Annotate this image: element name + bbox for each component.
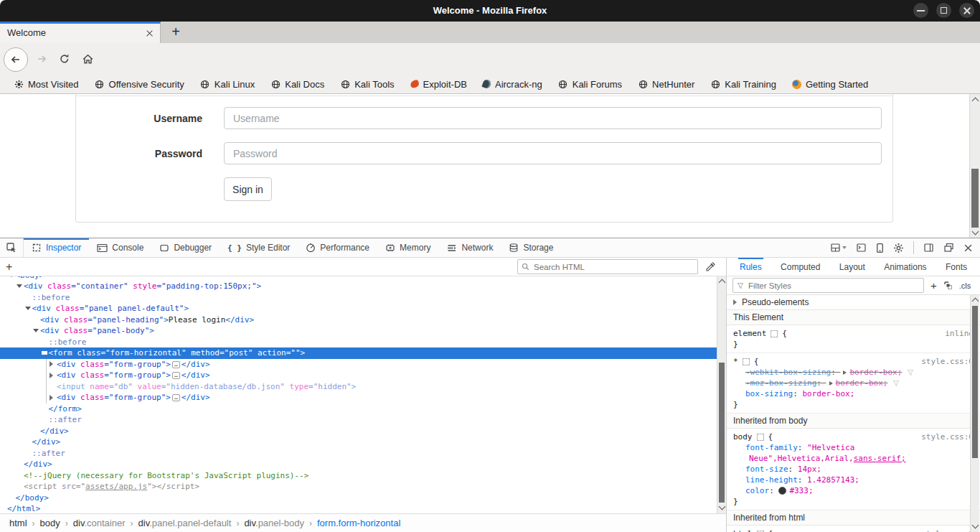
reload-button[interactable] [53, 47, 76, 70]
markup-line[interactable]: </form> [0, 403, 726, 415]
bookmark-offensive-security[interactable]: Offensive Security [87, 75, 192, 93]
dock-options-icon[interactable] [830, 243, 847, 253]
markup-line[interactable]: ::after [0, 448, 726, 459]
markup-line[interactable]: ::before [0, 337, 726, 348]
twisty-icon[interactable] [50, 373, 53, 378]
markup-line[interactable]: </div> [0, 437, 726, 448]
pseudo-class-panel-icon[interactable] [943, 281, 953, 290]
markup-line[interactable]: <script src="assets/app.js"></script> [0, 481, 726, 493]
markup-scrollbar[interactable] [717, 276, 726, 513]
devtools-settings-icon[interactable] [893, 243, 904, 253]
breadcrumb-form-form-horizontal[interactable]: form.form-horizontal [315, 518, 402, 528]
markup-line[interactable]: <div class="form-group">…</div> [0, 359, 726, 370]
pick-element-icon[interactable] [0, 238, 24, 257]
markup-line[interactable]: <input name="db" value="hidden-database/… [0, 381, 726, 393]
rule-selector[interactable]: * [733, 356, 738, 367]
rules-scrollbar[interactable] [970, 295, 979, 532]
markup-line[interactable]: </div> [0, 459, 726, 470]
devtools-tab-storage[interactable]: Storage [501, 238, 561, 257]
add-rule-button[interactable]: + [930, 280, 937, 291]
bookmark-kali-tools[interactable]: Kali Tools [332, 75, 402, 93]
sidebar-tab-rules[interactable]: Rules [738, 258, 763, 276]
devtools-tab-memory[interactable]: Memory [377, 238, 438, 257]
home-button[interactable] [76, 47, 99, 70]
markup-line[interactable]: </div> [0, 426, 726, 437]
twisty-icon[interactable] [25, 307, 31, 310]
password-input[interactable] [224, 142, 882, 164]
overridden-filter-icon[interactable] [907, 369, 914, 376]
rule-selector[interactable]: html [733, 528, 753, 532]
rule-selector[interactable]: body [733, 431, 753, 442]
tab-close-icon[interactable] [145, 29, 154, 38]
markup-scrollbar-thumb[interactable] [719, 363, 725, 503]
split-console-icon[interactable] [856, 243, 867, 253]
bookmark-kali-forums[interactable]: Kali Forums [550, 75, 630, 93]
devtools-tab-console[interactable]: Console [89, 238, 151, 257]
scroll-up-icon[interactable] [972, 298, 979, 305]
color-swatch[interactable] [778, 487, 786, 495]
expand-computed-icon[interactable] [829, 381, 833, 386]
bookmark-kali-docs[interactable]: Kali Docs [263, 75, 332, 93]
new-tab-button[interactable]: + [166, 23, 185, 42]
bookmark-kali-linux[interactable]: Kali Linux [192, 75, 263, 93]
twisty-icon[interactable] [17, 284, 22, 288]
font-fallback-link[interactable]: sans-serif [854, 453, 906, 464]
markup-line[interactable]: ::after [0, 414, 726, 426]
bookmark-kali-training[interactable]: Kali Training [702, 75, 784, 93]
devtools-tab-debugger[interactable]: Debugger [151, 238, 220, 257]
back-button[interactable] [4, 47, 28, 72]
stylesheet-link[interactable]: style.css:6 [921, 431, 974, 442]
pseudo-elements-row[interactable]: Pseudo-elements [727, 295, 980, 310]
bookmark-most-visited[interactable]: Most Visited [6, 75, 87, 93]
markup-line[interactable]: <div class="container" style="padding-to… [0, 281, 726, 292]
breadcrumb-div-panel-panel-default[interactable]: div.panel.panel-default [136, 518, 234, 528]
twisty-icon[interactable] [33, 329, 39, 332]
markup-line[interactable]: <form class="form-horizontal" method="po… [0, 347, 726, 359]
devtools-tab-inspector[interactable]: Inspector [24, 238, 89, 257]
scroll-down-icon[interactable] [719, 503, 726, 510]
forward-button[interactable] [30, 47, 53, 70]
stylesheet-link[interactable]: style.css:6 [921, 356, 974, 367]
scroll-down-icon[interactable] [972, 522, 979, 529]
markup-line[interactable]: <div class="panel panel-default"> [0, 303, 726, 314]
markup-line[interactable]: <div class="panel-body"> [0, 325, 726, 337]
stylesheet-link[interactable]: style.css:6 [921, 528, 974, 532]
close-button[interactable] [959, 3, 974, 18]
username-input[interactable] [224, 107, 882, 129]
css-declaration[interactable]: font-size14px [733, 464, 974, 475]
bookmark-exploit-db[interactable]: Exploit-DB [402, 75, 475, 93]
scroll-up-icon[interactable] [719, 279, 726, 286]
sidebar-tab-fonts[interactable]: Fonts [944, 258, 969, 276]
filter-styles-input[interactable] [747, 281, 920, 291]
rule-selector[interactable]: element [733, 328, 766, 339]
bookmark-aircrack-ng[interactable]: Aircrack-ng [475, 75, 550, 93]
bookmark-nethunter[interactable]: NetHunter [630, 75, 702, 93]
scroll-up-icon[interactable] [972, 98, 979, 105]
markup-line[interactable]: <div class="panel-heading">Please login<… [0, 314, 726, 326]
minimize-button[interactable] [913, 3, 928, 18]
markup-line[interactable]: </body> [0, 493, 726, 504]
highlight-target-icon[interactable] [743, 358, 750, 365]
css-declaration[interactable]: color#333 [733, 485, 974, 496]
css-declaration[interactable]: font-family"Helvetica [733, 442, 974, 453]
css-declaration[interactable]: -webkit-box-sizingborder-box [733, 367, 974, 378]
css-declaration[interactable]: box-sizingborder-box [733, 388, 974, 399]
tab-welcome[interactable]: Welcome [0, 22, 161, 43]
breadcrumb-div-container[interactable]: div.container [71, 518, 128, 528]
toggle-classes-button[interactable]: .cls [959, 281, 971, 290]
breadcrumb-div-panel-body[interactable]: div.panel-body [242, 518, 306, 528]
expand-computed-icon[interactable] [843, 370, 847, 375]
twisty-icon[interactable] [50, 395, 53, 401]
search-html-input[interactable] [532, 262, 694, 272]
bookmark-getting-started[interactable]: Getting Started [784, 75, 876, 93]
twisty-icon[interactable] [42, 351, 47, 355]
rules-scrollbar-thumb[interactable] [972, 306, 978, 458]
expand-icon[interactable] [733, 299, 737, 305]
sidebar-toggle-icon[interactable] [923, 243, 934, 253]
css-declaration[interactable]: line-height1.42857143 [733, 475, 974, 485]
markup-line[interactable]: <div class="form-group">…</div> [0, 392, 726, 403]
eyedropper-icon[interactable] [705, 261, 716, 272]
highlight-target-icon[interactable] [757, 434, 764, 441]
sidebar-tab-layout[interactable]: Layout [838, 258, 867, 276]
breadcrumb-html[interactable]: html [7, 518, 29, 528]
